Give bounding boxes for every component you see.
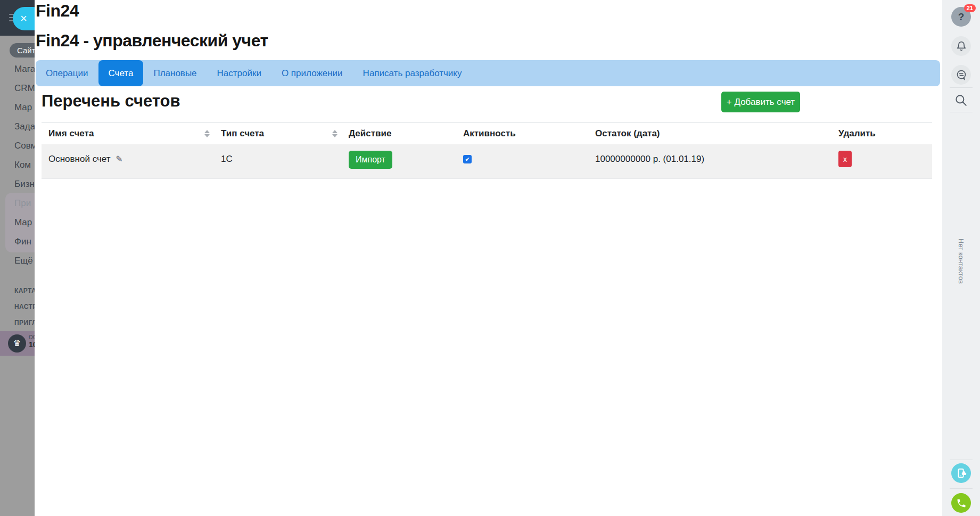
search-icon — [954, 93, 968, 107]
active-checkbox[interactable]: ✔ — [463, 155, 472, 163]
mobile-app-icon — [956, 468, 967, 479]
edit-icon[interactable]: ✎ — [116, 154, 122, 163]
delete-cell: x — [831, 144, 932, 178]
close-icon: × — [20, 12, 27, 25]
sort-icon[interactable] — [332, 130, 337, 137]
sort-icon[interactable] — [204, 130, 210, 137]
section-title: Перечень счетов — [42, 92, 180, 111]
help-button[interactable]: ? 21 — [951, 7, 971, 27]
delete-account-button[interactable]: x — [838, 151, 852, 167]
question-icon: ? — [958, 11, 965, 23]
header-balance: Остаток (дата) — [588, 123, 831, 144]
tab-planned[interactable]: Плановые — [143, 60, 207, 86]
activity-cell: ✔ — [456, 144, 588, 178]
tab-accounts[interactable]: Счета — [98, 60, 144, 86]
tab-operations[interactable]: Операции — [36, 60, 98, 86]
divider — [950, 460, 973, 460]
right-toolbar: ? 21 Нет контактов — [942, 0, 980, 516]
phone-icon — [956, 498, 967, 509]
sidebar-item[interactable]: Бизн — [0, 175, 35, 194]
sidebar-item[interactable]: Мар — [0, 98, 35, 117]
header-account-name: Имя счета — [42, 123, 214, 144]
plan-value: 10 — [29, 340, 35, 349]
close-slider-button[interactable]: × — [13, 7, 35, 30]
sidebar-settings-menu: КАРТА НАСТР ПРИГЛ — [0, 283, 35, 331]
sidebar-item[interactable]: Зада — [0, 117, 35, 136]
tab-bar: Операции Счета Плановые Настройки О прил… — [36, 60, 940, 86]
header-action: Действие — [342, 123, 456, 144]
sidebar-item-more[interactable]: Ещё — [0, 251, 35, 271]
action-cell: Импорт — [342, 144, 456, 178]
no-contacts-label: Нет контактов — [942, 239, 980, 286]
page-title: Fin24 - управленческий учет — [36, 31, 268, 51]
site-badge[interactable]: Сайт — [10, 43, 35, 58]
account-name: Основной счет — [48, 154, 111, 164]
sidebar-setting-item[interactable]: КАРТА — [0, 283, 35, 299]
sidebar-setting-item[interactable]: НАСТР — [0, 299, 35, 315]
table-row: Основной счет ✎ 1С Импорт ✔ 10000000000 … — [42, 144, 932, 179]
account-type-cell: 1С — [214, 144, 342, 178]
tab-settings[interactable]: Настройки — [207, 60, 271, 86]
header-account-type: Тип счета — [214, 123, 342, 144]
accounts-table: Имя счета Тип счета Действие Активность … — [42, 122, 932, 179]
sidebar-menu: Мага CRM Мар Зада Совм Ком Бизн При Мар … — [0, 60, 35, 271]
import-button[interactable]: Импорт — [349, 151, 392, 169]
sidebar-item[interactable]: Фин — [0, 232, 35, 251]
balance-cell: 10000000000 р. (01.01.19) — [588, 144, 831, 178]
help-badge: 21 — [964, 4, 976, 12]
tab-about[interactable]: О приложении — [271, 60, 353, 86]
sidebar-item[interactable]: Совм — [0, 136, 35, 155]
sidebar-item[interactable]: Мар — [0, 213, 35, 232]
sidebar-setting-item[interactable]: ПРИГЛ — [0, 315, 35, 331]
header-activity: Активность — [456, 123, 588, 144]
search-button[interactable] — [954, 93, 969, 108]
mobile-app-button[interactable] — [951, 463, 971, 483]
telephony-button[interactable] — [951, 493, 971, 513]
plan-label: ОС — [29, 334, 35, 340]
crown-icon: ♛ — [8, 334, 26, 353]
bell-icon — [956, 41, 967, 52]
messenger-button[interactable] — [951, 65, 971, 85]
app-title: Fin24 — [36, 1, 79, 21]
app-slider-panel: Fin24 Fin24 - управленческий учет Операц… — [35, 0, 942, 516]
sidebar-item[interactable]: Ком — [0, 155, 35, 175]
account-name-cell: Основной счет ✎ — [42, 144, 214, 178]
sidebar-item[interactable]: CRM — [0, 79, 35, 98]
divider — [950, 112, 973, 112]
tab-contact-developer[interactable]: Написать разработчику — [353, 60, 472, 86]
divider — [950, 87, 973, 88]
notifications-button[interactable] — [951, 36, 971, 56]
header-delete: Удалить — [831, 123, 932, 144]
table-header-row: Имя счета Тип счета Действие Активность … — [42, 123, 932, 144]
tariff-plan-row[interactable]: ♛ ОС 10 — [0, 331, 35, 356]
add-account-button[interactable]: + Добавить счет — [721, 92, 800, 112]
sidebar-item-active-app[interactable]: При — [0, 194, 35, 213]
chat-icon — [956, 69, 967, 81]
divider — [950, 488, 973, 489]
sidebar-item[interactable]: Мага — [0, 60, 35, 79]
portal-sidebar: Сайт Мага CRM Мар Зада Совм Ком Бизн При… — [0, 0, 35, 516]
